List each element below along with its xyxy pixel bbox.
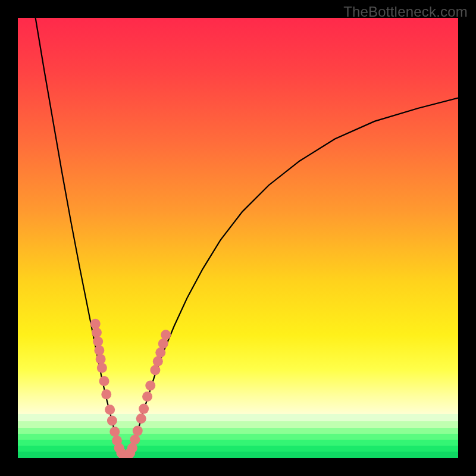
watermark-text: TheBottleneck.com — [343, 4, 468, 20]
data-marker — [93, 336, 103, 346]
data-marker — [96, 354, 106, 364]
data-marker — [133, 426, 143, 436]
curve-right-branch — [130, 98, 458, 454]
data-marker — [142, 392, 152, 402]
data-marker — [94, 345, 104, 355]
data-marker — [155, 347, 165, 358]
data-marker — [145, 380, 155, 390]
data-marker — [139, 404, 149, 414]
data-marker — [153, 356, 163, 367]
data-marker — [161, 330, 171, 340]
chart-frame: TheBottleneck.com — [0, 0, 476, 476]
data-marker — [92, 328, 102, 338]
data-marker — [150, 365, 160, 375]
data-marker — [158, 339, 168, 349]
data-marker — [101, 389, 111, 399]
data-marker — [136, 414, 146, 424]
markers-group — [90, 319, 171, 458]
data-marker — [99, 376, 109, 386]
data-marker — [97, 363, 107, 373]
data-marker — [90, 319, 101, 329]
data-marker — [105, 405, 115, 415]
curve-left-branch — [36, 18, 121, 454]
data-marker — [109, 427, 120, 437]
plot-area — [18, 18, 458, 458]
curve-svg — [18, 18, 458, 458]
data-marker — [130, 434, 140, 444]
data-marker — [107, 416, 117, 426]
